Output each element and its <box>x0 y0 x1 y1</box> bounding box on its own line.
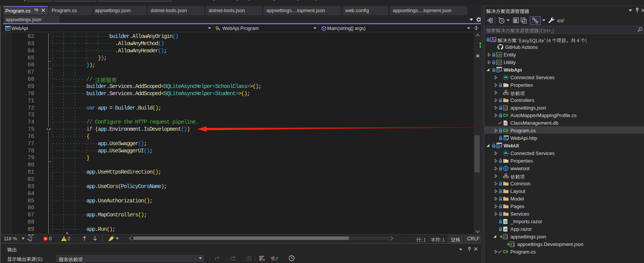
svg-text:{}: {} <box>504 106 508 110</box>
svg-text:C#: C# <box>497 53 501 57</box>
svg-text:{}: {} <box>504 235 508 239</box>
svg-text:C#: C# <box>503 249 509 254</box>
svg-text:ab: ab <box>271 256 275 260</box>
svg-text:@: @ <box>504 219 507 224</box>
svg-text:@: @ <box>504 227 507 231</box>
svg-text:{}: {} <box>511 243 515 247</box>
svg-text:C#: C# <box>503 113 509 117</box>
svg-text:C#: C# <box>497 61 501 64</box>
svg-text:C#: C# <box>503 128 509 133</box>
